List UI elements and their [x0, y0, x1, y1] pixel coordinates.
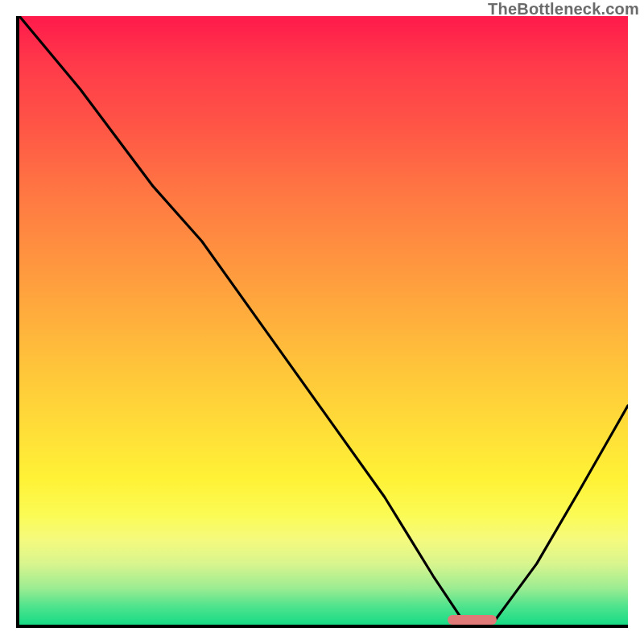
bottleneck-curve-svg: [19, 16, 628, 625]
bottleneck-curve-path: [19, 16, 628, 621]
optimal-range-marker: [448, 615, 497, 625]
plot-area: [16, 16, 628, 628]
chart-container: TheBottleneck.com: [0, 0, 644, 644]
